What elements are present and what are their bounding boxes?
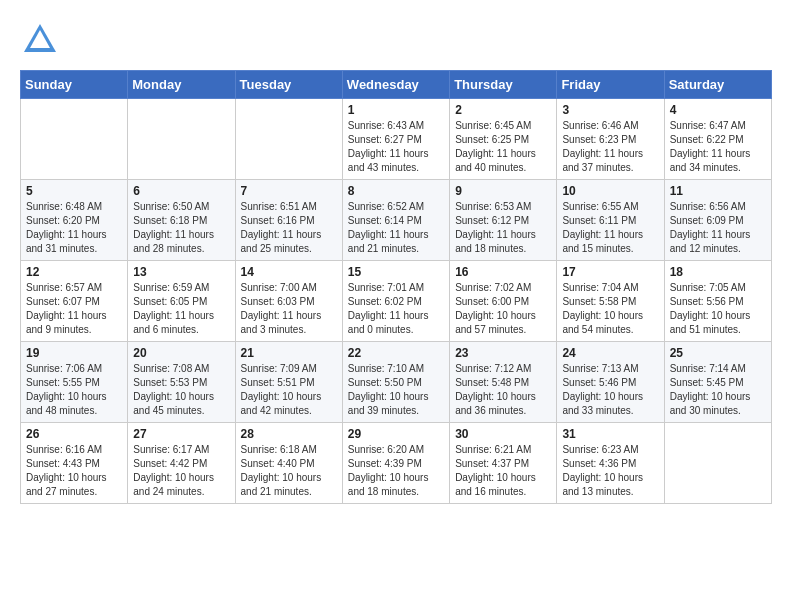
day-info: Sunrise: 7:10 AM Sunset: 5:50 PM Dayligh… bbox=[348, 362, 444, 418]
day-info: Sunrise: 7:08 AM Sunset: 5:53 PM Dayligh… bbox=[133, 362, 229, 418]
day-info: Sunrise: 7:06 AM Sunset: 5:55 PM Dayligh… bbox=[26, 362, 122, 418]
calendar-cell: 16Sunrise: 7:02 AM Sunset: 6:00 PM Dayli… bbox=[450, 261, 557, 342]
day-number: 26 bbox=[26, 427, 122, 441]
day-info: Sunrise: 6:52 AM Sunset: 6:14 PM Dayligh… bbox=[348, 200, 444, 256]
day-number: 16 bbox=[455, 265, 551, 279]
calendar-cell: 8Sunrise: 6:52 AM Sunset: 6:14 PM Daylig… bbox=[342, 180, 449, 261]
calendar-cell: 3Sunrise: 6:46 AM Sunset: 6:23 PM Daylig… bbox=[557, 99, 664, 180]
calendar-cell: 25Sunrise: 7:14 AM Sunset: 5:45 PM Dayli… bbox=[664, 342, 771, 423]
calendar-week-row: 19Sunrise: 7:06 AM Sunset: 5:55 PM Dayli… bbox=[21, 342, 772, 423]
day-number: 19 bbox=[26, 346, 122, 360]
day-info: Sunrise: 7:05 AM Sunset: 5:56 PM Dayligh… bbox=[670, 281, 766, 337]
calendar-week-row: 5Sunrise: 6:48 AM Sunset: 6:20 PM Daylig… bbox=[21, 180, 772, 261]
day-info: Sunrise: 7:14 AM Sunset: 5:45 PM Dayligh… bbox=[670, 362, 766, 418]
calendar-cell: 6Sunrise: 6:50 AM Sunset: 6:18 PM Daylig… bbox=[128, 180, 235, 261]
day-number: 15 bbox=[348, 265, 444, 279]
calendar-table: SundayMondayTuesdayWednesdayThursdayFrid… bbox=[20, 70, 772, 504]
day-info: Sunrise: 6:23 AM Sunset: 4:36 PM Dayligh… bbox=[562, 443, 658, 499]
day-info: Sunrise: 6:47 AM Sunset: 6:22 PM Dayligh… bbox=[670, 119, 766, 175]
weekday-header: Saturday bbox=[664, 71, 771, 99]
calendar-cell: 29Sunrise: 6:20 AM Sunset: 4:39 PM Dayli… bbox=[342, 423, 449, 504]
day-info: Sunrise: 7:09 AM Sunset: 5:51 PM Dayligh… bbox=[241, 362, 337, 418]
logo bbox=[20, 20, 62, 60]
calendar-header-row: SundayMondayTuesdayWednesdayThursdayFrid… bbox=[21, 71, 772, 99]
calendar-cell bbox=[664, 423, 771, 504]
calendar-week-row: 1Sunrise: 6:43 AM Sunset: 6:27 PM Daylig… bbox=[21, 99, 772, 180]
day-number: 27 bbox=[133, 427, 229, 441]
day-number: 14 bbox=[241, 265, 337, 279]
calendar-cell: 2Sunrise: 6:45 AM Sunset: 6:25 PM Daylig… bbox=[450, 99, 557, 180]
day-number: 9 bbox=[455, 184, 551, 198]
weekday-header: Tuesday bbox=[235, 71, 342, 99]
day-number: 11 bbox=[670, 184, 766, 198]
calendar-cell: 10Sunrise: 6:55 AM Sunset: 6:11 PM Dayli… bbox=[557, 180, 664, 261]
day-number: 20 bbox=[133, 346, 229, 360]
day-info: Sunrise: 6:21 AM Sunset: 4:37 PM Dayligh… bbox=[455, 443, 551, 499]
calendar-cell: 7Sunrise: 6:51 AM Sunset: 6:16 PM Daylig… bbox=[235, 180, 342, 261]
calendar-cell: 24Sunrise: 7:13 AM Sunset: 5:46 PM Dayli… bbox=[557, 342, 664, 423]
day-number: 12 bbox=[26, 265, 122, 279]
calendar-cell: 11Sunrise: 6:56 AM Sunset: 6:09 PM Dayli… bbox=[664, 180, 771, 261]
day-number: 21 bbox=[241, 346, 337, 360]
calendar-cell: 4Sunrise: 6:47 AM Sunset: 6:22 PM Daylig… bbox=[664, 99, 771, 180]
day-info: Sunrise: 7:00 AM Sunset: 6:03 PM Dayligh… bbox=[241, 281, 337, 337]
calendar-cell: 27Sunrise: 6:17 AM Sunset: 4:42 PM Dayli… bbox=[128, 423, 235, 504]
day-info: Sunrise: 6:43 AM Sunset: 6:27 PM Dayligh… bbox=[348, 119, 444, 175]
calendar-cell bbox=[235, 99, 342, 180]
calendar-cell: 28Sunrise: 6:18 AM Sunset: 4:40 PM Dayli… bbox=[235, 423, 342, 504]
day-info: Sunrise: 6:50 AM Sunset: 6:18 PM Dayligh… bbox=[133, 200, 229, 256]
calendar-cell bbox=[128, 99, 235, 180]
day-info: Sunrise: 6:45 AM Sunset: 6:25 PM Dayligh… bbox=[455, 119, 551, 175]
day-number: 5 bbox=[26, 184, 122, 198]
day-number: 18 bbox=[670, 265, 766, 279]
calendar-cell bbox=[21, 99, 128, 180]
day-info: Sunrise: 6:20 AM Sunset: 4:39 PM Dayligh… bbox=[348, 443, 444, 499]
day-info: Sunrise: 6:46 AM Sunset: 6:23 PM Dayligh… bbox=[562, 119, 658, 175]
day-info: Sunrise: 6:48 AM Sunset: 6:20 PM Dayligh… bbox=[26, 200, 122, 256]
calendar-week-row: 12Sunrise: 6:57 AM Sunset: 6:07 PM Dayli… bbox=[21, 261, 772, 342]
calendar-cell: 14Sunrise: 7:00 AM Sunset: 6:03 PM Dayli… bbox=[235, 261, 342, 342]
calendar-cell: 15Sunrise: 7:01 AM Sunset: 6:02 PM Dayli… bbox=[342, 261, 449, 342]
calendar-cell: 12Sunrise: 6:57 AM Sunset: 6:07 PM Dayli… bbox=[21, 261, 128, 342]
day-number: 24 bbox=[562, 346, 658, 360]
calendar-cell: 26Sunrise: 6:16 AM Sunset: 4:43 PM Dayli… bbox=[21, 423, 128, 504]
day-info: Sunrise: 6:56 AM Sunset: 6:09 PM Dayligh… bbox=[670, 200, 766, 256]
day-info: Sunrise: 6:16 AM Sunset: 4:43 PM Dayligh… bbox=[26, 443, 122, 499]
day-info: Sunrise: 6:17 AM Sunset: 4:42 PM Dayligh… bbox=[133, 443, 229, 499]
calendar-cell: 22Sunrise: 7:10 AM Sunset: 5:50 PM Dayli… bbox=[342, 342, 449, 423]
day-number: 13 bbox=[133, 265, 229, 279]
day-number: 17 bbox=[562, 265, 658, 279]
day-number: 7 bbox=[241, 184, 337, 198]
day-info: Sunrise: 7:02 AM Sunset: 6:00 PM Dayligh… bbox=[455, 281, 551, 337]
calendar-cell: 5Sunrise: 6:48 AM Sunset: 6:20 PM Daylig… bbox=[21, 180, 128, 261]
calendar-cell: 1Sunrise: 6:43 AM Sunset: 6:27 PM Daylig… bbox=[342, 99, 449, 180]
day-info: Sunrise: 6:53 AM Sunset: 6:12 PM Dayligh… bbox=[455, 200, 551, 256]
day-number: 23 bbox=[455, 346, 551, 360]
calendar-cell: 19Sunrise: 7:06 AM Sunset: 5:55 PM Dayli… bbox=[21, 342, 128, 423]
calendar-cell: 20Sunrise: 7:08 AM Sunset: 5:53 PM Dayli… bbox=[128, 342, 235, 423]
day-info: Sunrise: 6:59 AM Sunset: 6:05 PM Dayligh… bbox=[133, 281, 229, 337]
day-info: Sunrise: 7:13 AM Sunset: 5:46 PM Dayligh… bbox=[562, 362, 658, 418]
day-number: 10 bbox=[562, 184, 658, 198]
day-number: 3 bbox=[562, 103, 658, 117]
day-number: 8 bbox=[348, 184, 444, 198]
calendar-cell: 18Sunrise: 7:05 AM Sunset: 5:56 PM Dayli… bbox=[664, 261, 771, 342]
calendar-cell: 23Sunrise: 7:12 AM Sunset: 5:48 PM Dayli… bbox=[450, 342, 557, 423]
day-number: 2 bbox=[455, 103, 551, 117]
calendar-cell: 21Sunrise: 7:09 AM Sunset: 5:51 PM Dayli… bbox=[235, 342, 342, 423]
calendar-cell: 30Sunrise: 6:21 AM Sunset: 4:37 PM Dayli… bbox=[450, 423, 557, 504]
calendar-week-row: 26Sunrise: 6:16 AM Sunset: 4:43 PM Dayli… bbox=[21, 423, 772, 504]
weekday-header: Friday bbox=[557, 71, 664, 99]
weekday-header: Sunday bbox=[21, 71, 128, 99]
day-number: 29 bbox=[348, 427, 444, 441]
weekday-header: Wednesday bbox=[342, 71, 449, 99]
day-number: 1 bbox=[348, 103, 444, 117]
day-number: 4 bbox=[670, 103, 766, 117]
calendar-cell: 31Sunrise: 6:23 AM Sunset: 4:36 PM Dayli… bbox=[557, 423, 664, 504]
day-info: Sunrise: 6:18 AM Sunset: 4:40 PM Dayligh… bbox=[241, 443, 337, 499]
day-number: 28 bbox=[241, 427, 337, 441]
day-info: Sunrise: 6:55 AM Sunset: 6:11 PM Dayligh… bbox=[562, 200, 658, 256]
calendar-cell: 9Sunrise: 6:53 AM Sunset: 6:12 PM Daylig… bbox=[450, 180, 557, 261]
day-info: Sunrise: 7:12 AM Sunset: 5:48 PM Dayligh… bbox=[455, 362, 551, 418]
day-number: 31 bbox=[562, 427, 658, 441]
